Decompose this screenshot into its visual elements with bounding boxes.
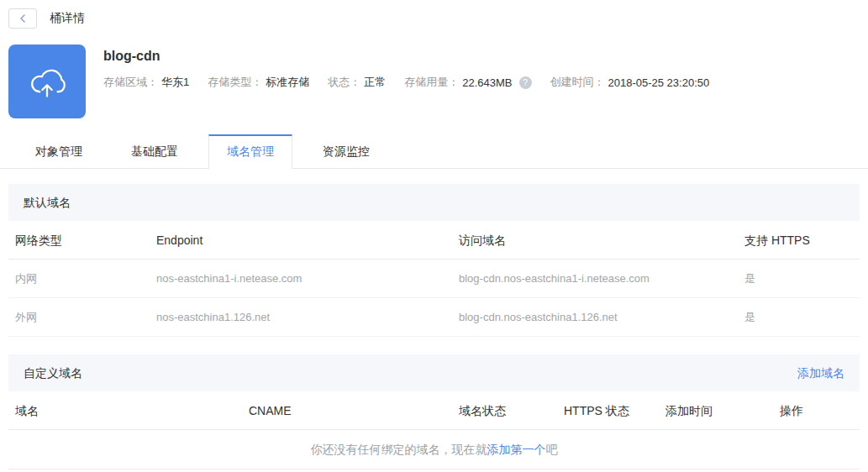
cell-network-type: 内网 xyxy=(8,260,150,297)
bucket-avatar xyxy=(8,45,86,118)
topbar: 桶详情 xyxy=(0,0,868,29)
meta-value: 22.643MB xyxy=(462,76,512,89)
tab-bar: 对象管理 基础配置 域名管理 资源监控 xyxy=(0,134,868,169)
column-header-domain: 域名 xyxy=(8,391,242,429)
bucket-meta: 存储区域： 华东1 存储类型： 标准存储 状态： 正常 存储用量： 22.643… xyxy=(103,75,728,90)
cell-network-type: 外网 xyxy=(8,298,150,336)
meta-label: 存储用量： xyxy=(404,75,459,90)
empty-text-suffix: 吧 xyxy=(546,443,558,456)
cell-access-domain: blog-cdn.nos-eastchina1-i.netease.com xyxy=(452,260,738,297)
cell-https-support: 是 xyxy=(738,260,860,297)
column-header-endpoint: Endpoint xyxy=(150,221,452,259)
meta-value: 标准存储 xyxy=(266,75,309,90)
column-header-actions: 操作 xyxy=(773,391,860,429)
bucket-name: blog-cdn xyxy=(103,49,728,64)
tab-resource-monitor[interactable]: 资源监控 xyxy=(298,134,394,168)
empty-text-prefix: 你还没有任何绑定的域名，现在就 xyxy=(311,443,487,456)
add-domain-link[interactable]: 添加域名 xyxy=(797,354,844,391)
meta-label: 创建时间： xyxy=(550,75,605,90)
empty-state: 你还没有任何绑定的域名，现在就添加第一个吧 xyxy=(8,430,860,469)
table-row: 外网 nos-eastchina1.126.net blog-cdn.nos-e… xyxy=(8,298,860,337)
add-first-domain-link[interactable]: 添加第一个 xyxy=(487,443,546,456)
section-title: 自定义域名 xyxy=(24,354,82,391)
column-header-add-time: 添加时间 xyxy=(659,391,773,429)
meta-value: 2018-05-25 23:20:50 xyxy=(608,76,710,89)
meta-label: 状态： xyxy=(328,75,360,90)
domain-management-panel: 默认域名 网络类型 Endpoint 访问域名 支持 HTTPS 内网 nos-… xyxy=(8,184,860,469)
cloud-upload-icon xyxy=(24,58,71,105)
column-header-domain-status: 域名状态 xyxy=(452,391,557,429)
meta-label: 存储区域： xyxy=(103,75,158,90)
meta-storage-usage: 存储用量： 22.643MB ? xyxy=(404,75,531,90)
meta-value: 正常 xyxy=(364,75,386,90)
bucket-header: blog-cdn 存储区域： 华东1 存储类型： 标准存储 状态： 正常 存储用… xyxy=(8,45,868,118)
cell-access-domain: blog-cdn.nos-eastchina1.126.net xyxy=(452,298,738,336)
tab-object-management[interactable]: 对象管理 xyxy=(11,134,107,168)
bucket-info: blog-cdn 存储区域： 华东1 存储类型： 标准存储 状态： 正常 存储用… xyxy=(103,45,728,118)
page-title: 桶详情 xyxy=(50,11,85,26)
tab-basic-config[interactable]: 基础配置 xyxy=(107,134,203,168)
meta-label: 存储类型： xyxy=(208,75,262,90)
column-header-https-status: HTTPS 状态 xyxy=(557,391,659,429)
table-header-row: 网络类型 Endpoint 访问域名 支持 HTTPS xyxy=(8,221,860,260)
meta-create-time: 创建时间： 2018-05-25 23:20:50 xyxy=(550,75,710,90)
custom-domains-section-header: 自定义域名 添加域名 xyxy=(8,354,860,391)
cell-https-support: 是 xyxy=(738,298,860,336)
table-row: 内网 nos-eastchina1-i.netease.com blog-cdn… xyxy=(8,260,860,298)
cell-endpoint: nos-eastchina1.126.net xyxy=(150,298,452,336)
column-header-access-domain: 访问域名 xyxy=(452,221,738,259)
cell-endpoint: nos-eastchina1-i.netease.com xyxy=(150,260,452,297)
section-title: 默认域名 xyxy=(24,184,71,221)
table-header-row: 域名 CNAME 域名状态 HTTPS 状态 添加时间 操作 xyxy=(8,391,860,430)
meta-storage-region: 存储区域： 华东1 xyxy=(103,75,189,90)
meta-status: 状态： 正常 xyxy=(328,75,386,90)
meta-storage-type: 存储类型： 标准存储 xyxy=(208,75,309,90)
default-domains-table: 网络类型 Endpoint 访问域名 支持 HTTPS 内网 nos-eastc… xyxy=(8,221,860,337)
help-icon[interactable]: ? xyxy=(519,76,532,89)
custom-domains-table: 域名 CNAME 域名状态 HTTPS 状态 添加时间 操作 你还没有任何绑定的… xyxy=(8,391,860,469)
meta-value: 华东1 xyxy=(161,75,189,90)
chevron-left-icon xyxy=(18,13,28,24)
column-header-cname: CNAME xyxy=(242,391,452,429)
default-domains-section-header: 默认域名 xyxy=(8,184,860,221)
column-header-network-type: 网络类型 xyxy=(8,221,150,259)
tab-domain-management[interactable]: 域名管理 xyxy=(208,134,292,169)
column-header-https-support: 支持 HTTPS xyxy=(738,221,860,259)
back-button[interactable] xyxy=(8,8,37,29)
